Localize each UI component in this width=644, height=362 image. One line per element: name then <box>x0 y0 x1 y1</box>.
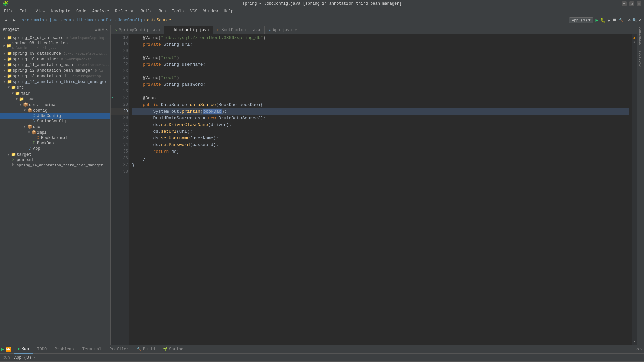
tree-item-impl[interactable]: ▼ 📦 impl <box>0 130 110 135</box>
tree-item-bookdaoimpl[interactable]: C BookDaoImpl <box>0 135 110 141</box>
menu-run[interactable]: Run <box>156 8 169 14</box>
tree-item-src[interactable]: ▼ 📁 src <box>0 85 110 90</box>
folder-icon: 📁 <box>11 85 16 90</box>
scroll-down-icon[interactable]: ▼ <box>633 340 635 343</box>
breadcrumb-src[interactable]: src <box>22 18 29 23</box>
title-bar-title: spring – JdbcConfig.java [spring_14_anno… <box>242 1 401 6</box>
project-close-icon[interactable]: ✕ <box>105 27 108 32</box>
breadcrumb-datasource[interactable]: dataSource <box>147 18 171 23</box>
code-content[interactable]: @Value("jdbc:mysql://localhost:3306/spri… <box>129 34 632 345</box>
bottom-tab-spring[interactable]: 🌱 Spring <box>159 345 187 354</box>
app-config-button[interactable]: App (3) ▼ <box>569 17 594 23</box>
menu-vcs[interactable]: VCS <box>187 8 200 14</box>
tree-item-spring12[interactable]: ▶ 📁 spring_12_annotation_bean_manager D:… <box>0 68 110 73</box>
menu-edit[interactable]: Edit <box>17 8 32 14</box>
project-panel: Project ⚙ ⊞ ⊟ ✕ ▶ 📁 spring_07_di_autowar… <box>0 25 111 345</box>
tab-bookdaoimpl[interactable]: B BookDaoImpl.java <box>213 26 265 34</box>
run-with-coverage-button[interactable]: ▶ <box>608 18 610 23</box>
tree-item-spring11[interactable]: ▶ 📁 spring_11_annotation_bean D:\workspa… <box>0 62 110 68</box>
main-layout: Project ⚙ ⊞ ⊟ ✕ ▶ 📁 spring_07_di_autowar… <box>0 25 644 345</box>
favorites-tab-label[interactable]: Favorites <box>639 51 642 69</box>
menu-analyze[interactable]: Analyze <box>90 8 112 14</box>
build-button[interactable]: 🔨 <box>619 18 624 22</box>
restore-button[interactable]: ❐ <box>629 1 634 6</box>
tree-item-spring13[interactable]: ▶ 📁 spring_13_annotation_di D:\workspace… <box>0 73 110 79</box>
class-icon: C <box>31 119 36 124</box>
sdk-manager-button[interactable]: ⚙ <box>628 18 631 22</box>
breadcrumb-config[interactable]: config <box>98 18 113 23</box>
breadcrumb-main[interactable]: main <box>34 18 44 23</box>
run-app-close-icon[interactable]: ✕ <box>33 356 35 360</box>
tree-arrow-icon: ▼ <box>23 109 27 112</box>
code-line-25: private String password; <box>132 81 629 88</box>
tree-item-spring14[interactable]: ▼ 📁 spring_14_annotation_third_bean_mana… <box>0 79 110 85</box>
tab-app-label: App.java <box>273 28 292 33</box>
breadcrumb-jdbcconfig[interactable]: JdbcConfig <box>118 18 142 23</box>
tree-item-dao[interactable]: ▼ 📦 dao <box>0 124 110 130</box>
tree-item-target[interactable]: ▶ 📁 target <box>0 152 110 157</box>
todo-tab-label: TODO <box>37 347 47 352</box>
menu-code[interactable]: Code <box>74 8 89 14</box>
tree-item-config[interactable]: ▼ 📦 config <box>0 108 110 113</box>
tree-item-spring09[interactable]: ▶ 📁 spring_09_datasource D:\workspace\sp… <box>0 51 110 56</box>
project-expand-icon[interactable]: ⊞ <box>98 27 101 32</box>
bottom-tab-profiler[interactable]: Profiler <box>105 345 133 354</box>
project-collapse-icon[interactable]: ⊟ <box>102 27 104 32</box>
tree-item-spring07[interactable]: ▶ 📁 spring_07_di_autoware D:\workspace\s… <box>0 35 110 41</box>
tree-arrow-icon: ▶ <box>3 44 7 48</box>
bottom-close-icon[interactable]: ✕ <box>640 347 643 352</box>
tree-item-com-itheima[interactable]: ▼ 📦 com.itheima <box>0 102 110 108</box>
menu-tools[interactable]: Tools <box>169 8 187 14</box>
bottom-tab-terminal[interactable]: Terminal <box>78 345 106 354</box>
tab-bookdaoimpl-label: BookDaoImpl.java <box>221 28 260 33</box>
interface-icon: I <box>31 141 36 146</box>
tree-item-springconfig[interactable]: C SpringConfig <box>0 119 110 124</box>
close-button[interactable]: ✕ <box>637 1 641 6</box>
tab-jdbcconfig[interactable]: J JdbcConfig.java <box>164 26 213 34</box>
tree-item-app[interactable]: C App <box>0 146 110 152</box>
console-up-button[interactable]: ⏫ <box>5 346 11 352</box>
breadcrumb-java[interactable]: java <box>49 18 59 23</box>
menu-navigate[interactable]: Navigate <box>48 8 73 14</box>
editor-scrollbar[interactable]: ▲ 2 ▼ <box>632 34 637 345</box>
tab-springconfig[interactable]: S SpringConfig.java <box>111 26 164 34</box>
bottom-tab-todo[interactable]: TODO <box>33 345 51 354</box>
minimize-button[interactable]: — <box>622 1 627 6</box>
code-line-35: return ds; <box>132 148 629 155</box>
tree-item-module[interactable]: M spring_14_annotation_third_bean_manage… <box>0 163 110 168</box>
tab-app-close-icon[interactable]: ✕ <box>294 28 298 33</box>
breadcrumb-itheima[interactable]: itheima <box>76 18 93 23</box>
bottom-tab-build[interactable]: 🔨 Build <box>133 345 159 354</box>
tree-item-jdbcconfig[interactable]: C JdbcConfig <box>0 113 110 119</box>
tree-item-spring10[interactable]: ▶ 📁 spring_10_container D:\workspace\sp.… <box>0 56 110 62</box>
structure-tab-label[interactable]: Structure <box>639 27 642 45</box>
run-button[interactable]: ▶ <box>595 17 598 23</box>
menu-build[interactable]: Build <box>138 8 155 14</box>
bookmark-icon: ● <box>111 95 113 101</box>
menu-refactor[interactable]: Refactor <box>112 8 137 14</box>
tree-item-bookdao[interactable]: I BookDao <box>0 141 110 146</box>
menu-window[interactable]: Window <box>201 8 220 14</box>
debug-button[interactable]: 🐛 <box>600 18 606 23</box>
bottom-gear-icon[interactable]: ⚙ <box>637 347 639 352</box>
stop-button[interactable]: ⏹ <box>612 18 617 23</box>
tree-item-java[interactable]: ▼ 📁 java <box>0 96 110 102</box>
menu-view[interactable]: View <box>33 8 48 14</box>
search-everywhere-button[interactable]: 🔍 <box>632 18 637 22</box>
menu-help[interactable]: Help <box>221 8 236 14</box>
bottom-tab-run[interactable]: ▶ Run <box>14 345 33 354</box>
tree-item-spring08[interactable]: ▶ 📁 spring_08_di_collection D:\workspace… <box>0 41 110 51</box>
run-header: Run: App (3) ✕ <box>0 354 644 362</box>
tree-item-pom[interactable]: X pom.xml <box>0 157 110 163</box>
console-run-button[interactable]: ▶ <box>1 346 4 352</box>
bottom-tab-problems[interactable]: Problems <box>51 345 78 354</box>
breadcrumb-com[interactable]: com <box>64 18 71 23</box>
menu-file[interactable]: File <box>1 8 16 14</box>
project-gear-icon[interactable]: ⚙ <box>95 27 97 32</box>
toolbar-forward[interactable]: ▶ <box>11 17 18 23</box>
toolbar-back[interactable]: ◀ <box>3 17 10 23</box>
toolbar-right: App (3) ▼ ▶ 🐛 ▶ ⏹ 🔨 ⚙ 🔍 ⚙ <box>569 17 641 23</box>
settings-button[interactable]: ⚙ <box>639 18 641 22</box>
tree-item-main[interactable]: ▼ 📁 main <box>0 90 110 96</box>
tab-app[interactable]: A App.java ✕ <box>265 26 302 34</box>
